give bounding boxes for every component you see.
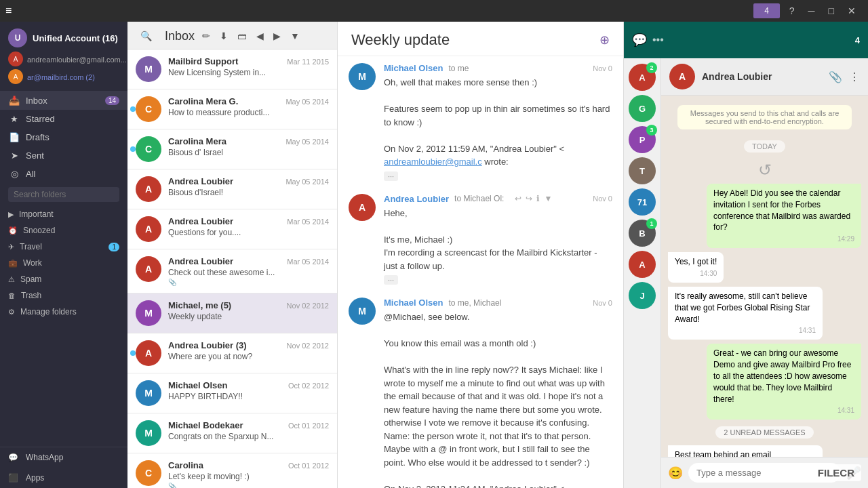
- email-item[interactable]: CCarolinaOct 01 2012Let's keep it moving…: [127, 453, 337, 488]
- email-item[interactable]: AAndrea LoubierMay 05 2014Bisous d'Israe…: [127, 169, 337, 209]
- email-link[interactable]: andreamloubier@gmail.c: [384, 157, 482, 167]
- maximize-button[interactable]: □: [822, 5, 841, 16]
- wa-menu-icon[interactable]: ⋮: [849, 70, 860, 83]
- wa-contact[interactable]: G: [629, 95, 656, 122]
- sidebar-item-starred[interactable]: ★ Starred: [0, 110, 127, 128]
- folder-icon: ✈: [8, 243, 14, 251]
- emoji-icon[interactable]: 😊: [668, 466, 683, 481]
- wa-contact[interactable]: A: [629, 251, 656, 278]
- email-content: Andrea LoubierMar 05 2014Check out these…: [168, 256, 329, 286]
- sidebar-folder-important[interactable]: ▶ Important: [0, 206, 127, 222]
- wa-chat-icon[interactable]: 💬: [632, 33, 647, 47]
- work-account: ar@mailbird.com (2): [27, 73, 95, 81]
- email-item[interactable]: MMichael OlsenOct 02 2012HAPPY BIRTHDAY!…: [127, 373, 337, 413]
- wa-unread-banner: 2 UNREAD MESSAGES: [715, 426, 813, 439]
- help-button[interactable]: ?: [783, 5, 802, 16]
- work-avatar: A: [8, 69, 23, 84]
- attachment-icon: 📎: [168, 279, 329, 286]
- wa-tab-num: 4: [855, 35, 860, 45]
- minimize-button[interactable]: ─: [802, 5, 822, 16]
- sidebar-item-apps[interactable]: ⬛ Apps: [0, 468, 127, 488]
- search-icon[interactable]: 🔍: [137, 28, 155, 43]
- add-to-thread-icon[interactable]: ⊕: [599, 33, 610, 47]
- email-item[interactable]: CCarolina Mera G.May 05 2014How to meass…: [127, 89, 337, 129]
- unread-dot: [130, 106, 136, 112]
- compose-icon[interactable]: ✏: [199, 28, 214, 43]
- date: Mar 11 2015: [287, 58, 329, 66]
- thread-actions: ↩ ↪ ℹ ▼: [515, 194, 552, 203]
- sidebar-item-all[interactable]: ◎ All: [0, 165, 127, 183]
- sidebar-item-whatsapp[interactable]: 💬 WhatsApp: [0, 447, 127, 468]
- draft-icon: 📄: [8, 132, 20, 142]
- wa-contact[interactable]: J: [629, 282, 656, 309]
- download-icon[interactable]: ⬇: [216, 28, 231, 43]
- thread-header: Michael Olsen to me, Michael Nov 0: [384, 298, 612, 308]
- subject: How to meassure producti...: [168, 108, 329, 117]
- sidebar-folder-snoozed[interactable]: ⏰ Snoozed: [0, 222, 127, 239]
- email-item[interactable]: CCarolina MeraMay 05 2014Bisous d' Israe…: [127, 129, 337, 169]
- wa-security-msg: Messages you send to this chat and calls…: [677, 105, 852, 129]
- wa-contact[interactable]: P3: [629, 126, 656, 153]
- sender: Andrea Loubier (3): [168, 340, 247, 350]
- travel-badge: 1: [108, 243, 119, 251]
- wa-message: Great - we can bring our awesome Demo an…: [707, 344, 861, 420]
- email-item[interactable]: AAndrea LoubierMar 05 2014Check out thes…: [127, 249, 337, 293]
- more-icon[interactable]: ▼: [544, 194, 552, 203]
- wa-message-time: 14:29: [713, 235, 854, 244]
- dropdown-icon[interactable]: ▼: [287, 28, 303, 43]
- forward-icon[interactable]: ▶: [270, 28, 284, 43]
- thread-to: to me, Michael: [448, 298, 501, 308]
- show-more[interactable]: ···: [384, 275, 398, 285]
- subject: Where are you at now?: [168, 352, 329, 361]
- thread-message: A Andrea Loubier to Michael Ol: ↩ ↪ ℹ ▼ …: [349, 194, 612, 286]
- inbox-title: Inbox: [165, 29, 195, 43]
- email-item[interactable]: AAndrea Loubier (3)Nov 02 2012Where are …: [127, 333, 337, 373]
- folder-search: [0, 183, 127, 206]
- thread-date: Nov 0: [593, 299, 612, 307]
- sender: Carolina: [168, 460, 203, 470]
- avatar: C: [136, 96, 161, 122]
- wa-contact[interactable]: B1: [629, 220, 656, 247]
- wa-contact[interactable]: T: [629, 157, 656, 184]
- search-input[interactable]: [8, 187, 119, 202]
- date: Oct 01 2012: [288, 462, 329, 470]
- email-item[interactable]: MMichael BodekaerOct 01 2012Congrats on …: [127, 413, 337, 453]
- email-item[interactable]: MMailbird SupportMar 11 2015New Licensin…: [127, 49, 337, 89]
- sidebar-item-sent[interactable]: ➤ Sent: [0, 146, 127, 165]
- unread-dot: [130, 350, 136, 356]
- avatar: M: [136, 300, 161, 326]
- sidebar-folder-work[interactable]: 💼 Work: [0, 255, 127, 271]
- wa-header: 💬 ••• 4: [624, 22, 868, 58]
- wa-message-text: Yes, I got it!: [675, 256, 717, 268]
- manage-folders-button[interactable]: ⚙ Manage folders: [0, 304, 127, 320]
- reply-icon[interactable]: ↩: [515, 194, 521, 203]
- sidebar-folder-travel[interactable]: ✈ Travel 1: [0, 239, 127, 255]
- sidebar-item-drafts[interactable]: 📄 Drafts: [0, 128, 127, 146]
- account-title[interactable]: Unified Account (16): [33, 33, 118, 43]
- tab-number[interactable]: 4: [753, 3, 780, 18]
- wa-contact[interactable]: 71: [629, 188, 656, 216]
- email-view-title: Weekly update: [351, 31, 599, 49]
- email-item[interactable]: MMichael, me (5)Nov 02 2012Weekly update: [127, 293, 337, 333]
- forward-icon[interactable]: ↪: [526, 194, 532, 203]
- apps-icon: ⬛: [8, 473, 20, 483]
- sidebar-folder-spam[interactable]: ⚠ Spam: [0, 271, 127, 287]
- subject: Congrats on the Sparxup N...: [168, 432, 329, 441]
- subject: Bisous d' Israel: [168, 148, 329, 157]
- close-button[interactable]: ✕: [841, 5, 863, 16]
- wa-contact[interactable]: A2: [629, 64, 656, 91]
- show-more[interactable]: ···: [384, 171, 398, 181]
- back-icon[interactable]: ◀: [253, 28, 267, 43]
- subject: Let's keep it moving! :): [168, 472, 329, 481]
- sidebar-item-inbox[interactable]: 📥 Inbox 14: [0, 92, 127, 110]
- wa-message-text: It's really awesome, still can't believe…: [675, 291, 816, 325]
- email-item[interactable]: AAndrea LoubierMar 05 2014Questions for …: [127, 209, 337, 249]
- sidebar-folder-trash[interactable]: 🗑 Trash: [0, 287, 127, 304]
- titlebar: ≡ 4 ? ─ □ ✕: [0, 0, 868, 22]
- info-icon[interactable]: ℹ: [536, 194, 540, 203]
- archive-icon[interactable]: 🗃: [234, 28, 250, 43]
- wa-attach-icon[interactable]: 📎: [829, 70, 842, 83]
- menu-icon[interactable]: ≡: [5, 5, 12, 17]
- thread-to: to me: [448, 64, 469, 73]
- wa-dots-icon[interactable]: •••: [652, 34, 664, 46]
